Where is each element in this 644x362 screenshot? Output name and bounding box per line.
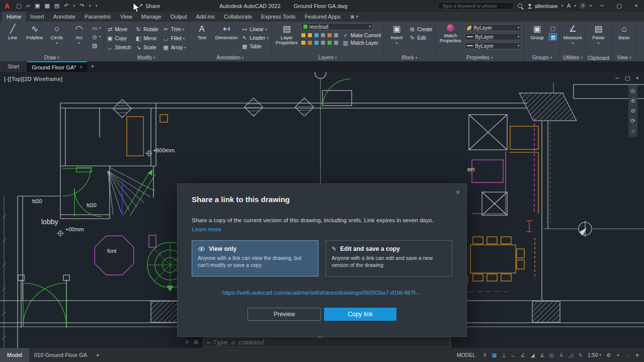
- share-button[interactable]: ↗ Share: [138, 0, 160, 12]
- full-navigation-wheel-icon[interactable]: ◎: [630, 88, 635, 94]
- tool-make-current[interactable]: ✓Make Current: [342, 32, 381, 39]
- ortho-icon[interactable]: ∟: [509, 351, 518, 359]
- tool-match-layer[interactable]: ▥Match Layer: [342, 39, 381, 47]
- object-isolate-icon[interactable]: ◌: [623, 351, 632, 359]
- infer-constraints-icon[interactable]: ⊥: [500, 351, 508, 359]
- showmotion-icon[interactable]: ⌂: [631, 128, 635, 134]
- tool-arc[interactable]: ◠Arc▾: [69, 23, 89, 53]
- redo-caret-icon[interactable]: ▾: [89, 4, 91, 8]
- drawing-restore-icon[interactable]: ▢: [625, 75, 630, 81]
- layer-walk-icon[interactable]: [308, 41, 312, 45]
- tool-array[interactable]: ▦Array▾: [163, 43, 186, 52]
- tool-paste[interactable]: ▤Paste▾: [588, 23, 608, 53]
- command-customize-icon[interactable]: ⚙: [193, 339, 199, 346]
- panel-title-clipboard[interactable]: Clipboard: [586, 55, 611, 61]
- view-only-option[interactable]: View only Anyone with a link can view th…: [192, 240, 318, 277]
- tool-create-block[interactable]: ⊞Create: [409, 25, 432, 34]
- close-button[interactable]: ×: [629, 0, 643, 12]
- ribbon-tab-collaborate[interactable]: Collaborate: [219, 12, 257, 22]
- command-input-bar[interactable]: >: [203, 337, 451, 347]
- search-icon[interactable]: [518, 4, 522, 8]
- isodraft-icon[interactable]: ◢: [528, 351, 537, 359]
- layer-merge-icon[interactable]: [321, 41, 325, 45]
- ribbon-tab-home[interactable]: Home: [2, 12, 26, 22]
- file-tab-close-icon[interactable]: ×: [79, 64, 83, 70]
- app-menu-button[interactable]: A: [3, 2, 12, 10]
- drawing-minimize-icon[interactable]: ─: [615, 75, 619, 81]
- tool-group[interactable]: ▣Group: [527, 23, 547, 53]
- file-tab-start[interactable]: Start: [0, 61, 27, 72]
- ribbon-tab-insert[interactable]: Insert: [26, 12, 49, 22]
- autodesk-logo-icon[interactable]: A: [567, 0, 571, 12]
- layer-isolate-icon[interactable]: [328, 33, 332, 37]
- minimize-button[interactable]: ─: [595, 0, 609, 12]
- ribbon-tab-annotate[interactable]: Annotate: [49, 12, 80, 22]
- layer-unlock-icon[interactable]: [314, 41, 318, 45]
- tool-group-selection-toggle[interactable]: ▦: [549, 33, 557, 40]
- tool-dimension[interactable]: ↤Dimension: [214, 23, 239, 53]
- tool-scale[interactable]: ↘Scale: [135, 43, 158, 52]
- ribbon-tab-addins[interactable]: Add-ins: [192, 12, 219, 22]
- ribbon-tab-view[interactable]: View: [116, 12, 137, 22]
- tool-insert[interactable]: ▣Insert▾: [386, 23, 407, 53]
- command-input[interactable]: [213, 339, 447, 346]
- panel-title-block[interactable]: Block▾: [384, 55, 435, 61]
- tool-base[interactable]: ⌂Base: [614, 23, 634, 53]
- account-caret-icon[interactable]: ▾: [561, 4, 564, 8]
- new-icon[interactable]: ▢: [16, 0, 21, 12]
- tool-copy[interactable]: ▣Copy: [107, 34, 131, 43]
- layer-on-icon[interactable]: [301, 33, 305, 37]
- tool-ellipse[interactable]: ◎▾: [91, 33, 101, 40]
- tool-fillet[interactable]: ◡Fillet▾: [163, 34, 186, 43]
- zoom-in-icon[interactable]: ⊕: [630, 98, 635, 104]
- tool-stretch[interactable]: ↔Stretch: [107, 43, 131, 52]
- learn-more-link[interactable]: Learn more: [192, 226, 221, 232]
- layer-lock-icon[interactable]: [314, 33, 318, 37]
- account-button[interactable]: allenlowe: [527, 3, 558, 9]
- grid-icon[interactable]: #: [480, 351, 489, 359]
- restore-button[interactable]: ▢: [612, 0, 626, 12]
- panel-title-groups[interactable]: Groups▾: [524, 55, 559, 61]
- tool-text[interactable]: AText: [192, 23, 212, 53]
- panel-title-annotation[interactable]: Annotation▾: [189, 55, 271, 61]
- panel-title-properties[interactable]: Properties▾: [435, 55, 524, 61]
- workspace-switching-icon[interactable]: ⚙: [604, 351, 613, 359]
- panel-title-utilities[interactable]: Utilities▾: [560, 55, 585, 61]
- transparency-icon[interactable]: ◿: [567, 351, 575, 359]
- tool-hatch[interactable]: ▨: [91, 42, 101, 49]
- model-tab[interactable]: Model: [0, 348, 29, 362]
- save-icon[interactable]: ▣: [35, 0, 40, 12]
- snap-icon[interactable]: ▦: [490, 351, 499, 359]
- layer-select[interactable]: revcloud ▾: [301, 23, 373, 30]
- file-tab-active[interactable]: Ground Floor GA* ×: [27, 61, 87, 72]
- object-color-select[interactable]: ByLayer▾: [465, 24, 521, 31]
- panel-title-modify[interactable]: Modify▾: [104, 55, 189, 61]
- linetype-select[interactable]: ByLayer▾: [465, 42, 521, 49]
- tool-measure[interactable]: ∠Measure▾: [562, 23, 583, 53]
- autosnap-icon[interactable]: ∡: [538, 351, 546, 359]
- command-close-icon[interactable]: ×: [185, 339, 189, 346]
- tool-table[interactable]: ▦Table: [241, 42, 269, 51]
- new-drawing-tab-button[interactable]: +: [87, 61, 98, 72]
- layer-freeze-icon[interactable]: [308, 33, 312, 37]
- tool-move[interactable]: ⇄Move: [107, 25, 131, 34]
- ribbon-display-toggle[interactable]: ▣ ▾: [350, 12, 358, 22]
- ribbon-tab-parametric[interactable]: Parametric: [80, 12, 116, 22]
- panel-title-layers[interactable]: Layers▾: [272, 55, 384, 61]
- share-url-link[interactable]: https://web.autocad.com/acad/me/sid/shar…: [178, 290, 466, 296]
- ribbon-tab-featured-apps[interactable]: Featured Apps: [300, 12, 345, 22]
- ribbon-tab-manage[interactable]: Manage: [137, 12, 166, 22]
- quick-properties-icon[interactable]: ✎: [576, 351, 585, 359]
- open-icon[interactable]: ▱: [26, 0, 30, 12]
- drawing-close-icon[interactable]: ×: [636, 75, 639, 81]
- layer-restore-icon[interactable]: [328, 41, 332, 45]
- redo-icon[interactable]: ↷: [79, 0, 84, 12]
- save-as-icon[interactable]: ▩: [44, 0, 49, 12]
- dialog-close-icon[interactable]: ×: [456, 188, 460, 196]
- orbit-icon[interactable]: ⟳: [630, 118, 635, 124]
- tool-rectangle[interactable]: ▭▾: [91, 25, 101, 32]
- status-customize-icon[interactable]: ▾: [633, 351, 641, 359]
- panel-title-draw[interactable]: Draw▾: [0, 55, 104, 61]
- tool-edit-block[interactable]: ✎Edit: [409, 34, 432, 42]
- edit-and-save-option[interactable]: ✎ Edit and save a copy Anyone with a lin…: [326, 240, 452, 277]
